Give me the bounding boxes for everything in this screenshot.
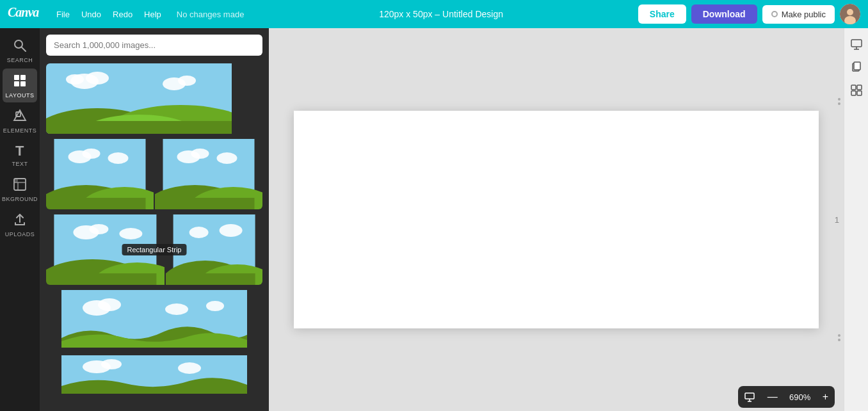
svg-point-42 [89, 224, 108, 234]
tool-uploads[interactable]: UPLOADS [3, 207, 37, 241]
svg-point-49 [219, 224, 242, 237]
canva-logo[interactable]: Canva [8, 5, 41, 23]
svg-rect-52 [173, 273, 255, 285]
tool-text[interactable]: T TEXT [3, 139, 37, 171]
right-tool-present[interactable] [848, 36, 865, 52]
menu-file[interactable]: File [51, 7, 75, 22]
menu-help[interactable]: Help [139, 7, 166, 22]
svg-rect-7 [20, 75, 26, 80]
design-title: 120px x 50px – Untitled Design [379, 9, 503, 19]
right-tool-copy-page[interactable] [848, 59, 865, 76]
share-button[interactable]: Share [638, 4, 686, 24]
layout-card-2[interactable] [46, 139, 262, 209]
tool-search[interactable]: SEARCH [3, 33, 37, 67]
svg-point-29 [108, 152, 129, 164]
download-button[interactable]: Download [691, 4, 757, 24]
page-number: 1 [835, 215, 839, 225]
zoom-present-button[interactable] [738, 387, 761, 407]
svg-rect-68 [857, 85, 862, 90]
svg-point-48 [189, 227, 208, 238]
right-toolbar [844, 28, 868, 411]
zoom-in-button[interactable]: + [816, 386, 835, 408]
save-status: No changes made [177, 10, 245, 19]
uploads-icon [13, 213, 27, 229]
bottom-bar: — 690% + [269, 383, 844, 411]
page-dots-top [838, 98, 840, 105]
svg-point-43 [119, 228, 142, 239]
tool-layouts[interactable]: LAYOUTS [3, 68, 37, 102]
svg-rect-70 [857, 91, 862, 95]
avatar[interactable] [840, 4, 860, 24]
side-panel: Rectangular Strip [40, 28, 269, 411]
svg-rect-8 [14, 81, 19, 86]
svg-point-35 [191, 149, 209, 159]
zoom-controls: — 690% + [738, 386, 835, 408]
svg-rect-6 [14, 75, 19, 80]
zoom-level: 690% [784, 392, 816, 402]
layout-card-5[interactable] [46, 355, 262, 396]
svg-point-28 [83, 149, 100, 159]
navbar-menu: File Undo Redo Help [51, 7, 166, 22]
svg-point-4 [15, 40, 22, 48]
svg-rect-67 [851, 85, 856, 90]
make-public-button[interactable]: Make public [762, 5, 835, 24]
svg-rect-46 [54, 273, 156, 285]
layout-card-3[interactable]: Rectangular Strip [46, 214, 262, 285]
layouts-icon [13, 74, 27, 90]
svg-rect-39 [163, 198, 255, 209]
navbar-right: Share Download Make public [638, 4, 860, 24]
layout-card-1[interactable] [46, 63, 262, 134]
svg-point-19 [66, 74, 84, 85]
svg-rect-69 [851, 91, 856, 95]
navbar: Canva File Undo Redo Help No changes mad… [0, 0, 868, 28]
image-search-input[interactable] [46, 35, 262, 56]
svg-line-5 [22, 47, 26, 51]
canvas-page[interactable] [294, 111, 819, 328]
svg-point-2 [847, 9, 853, 15]
svg-point-36 [217, 152, 237, 164]
svg-point-60 [101, 359, 122, 369]
page-dots-bottom [838, 334, 840, 341]
svg-rect-71 [745, 393, 754, 399]
svg-text:Canva: Canva [8, 5, 39, 19]
svg-rect-15 [14, 179, 18, 182]
svg-rect-9 [20, 81, 26, 86]
canvas-page-wrapper: 1 [294, 111, 819, 328]
svg-rect-62 [851, 40, 862, 47]
navbar-center: 120px x 50px – Untitled Design [252, 9, 630, 19]
tool-elements[interactable]: ELEMENTS [3, 104, 37, 138]
canvas-area: 1 [269, 28, 844, 411]
layout-card-4[interactable] [46, 290, 262, 350]
svg-rect-32 [54, 198, 146, 209]
svg-point-21 [178, 76, 196, 86]
menu-redo[interactable]: Redo [108, 7, 138, 22]
svg-point-61 [178, 362, 201, 374]
public-dot-icon [771, 11, 778, 17]
svg-point-57 [206, 301, 224, 311]
tool-background[interactable]: BKGROUND [3, 172, 37, 206]
svg-point-56 [165, 303, 188, 315]
left-toolbar: SEARCH LAYOUTS ELEMENTS T TEXT [0, 28, 40, 411]
zoom-out-button[interactable]: — [761, 386, 784, 408]
search-icon [13, 38, 27, 54]
layout-grid: Rectangular Strip [46, 63, 262, 396]
background-icon [13, 177, 27, 193]
menu-undo[interactable]: Undo [76, 7, 106, 22]
right-tool-grid[interactable] [848, 82, 865, 99]
svg-rect-25 [46, 121, 232, 134]
text-icon: T [15, 144, 24, 158]
svg-point-18 [86, 72, 109, 85]
svg-point-55 [98, 298, 121, 311]
svg-rect-66 [854, 62, 860, 70]
elements-icon [13, 109, 27, 125]
